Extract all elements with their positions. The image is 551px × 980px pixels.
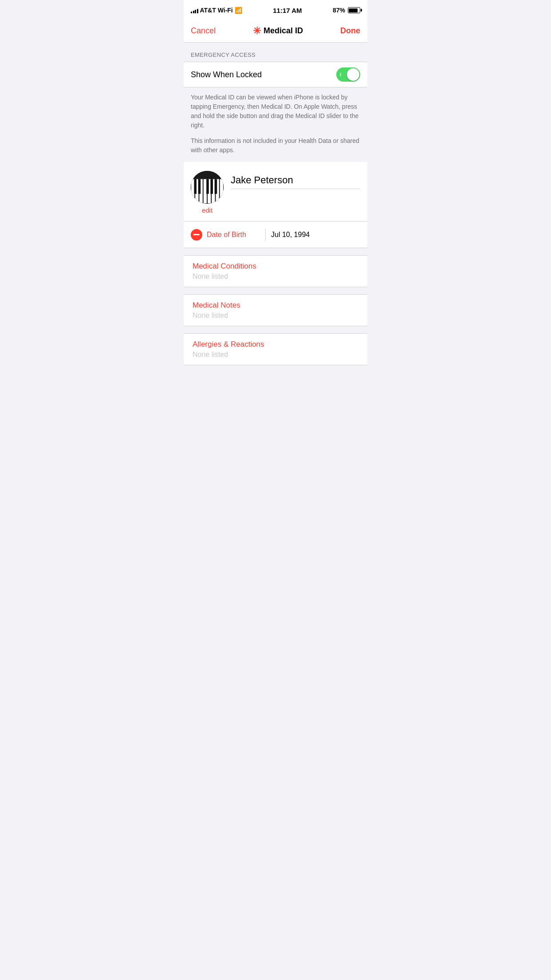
medical-conditions-value: None listed	[193, 273, 360, 281]
info-text-block: Your Medical ID can be viewed when iPhon…	[184, 87, 367, 162]
status-bar: AT&T Wi-Fi 📶 11:17 AM 87%	[184, 0, 367, 20]
allergies-value: None listed	[193, 351, 360, 359]
nav-title-label: Medical ID	[264, 26, 303, 36]
allergies-section: Allergies & Reactions None listed	[184, 333, 367, 365]
medical-asterisk-icon: ✳	[253, 25, 261, 37]
medical-notes-item[interactable]: Medical Notes None listed	[184, 295, 367, 326]
info-text-1: Your Medical ID can be viewed when iPhon…	[191, 93, 360, 130]
date-of-birth-row[interactable]: Date of Birth Jul 10, 1994	[184, 221, 367, 248]
medical-conditions-label: Medical Conditions	[193, 262, 360, 271]
profile-left: edit	[191, 171, 224, 214]
profile-section: edit	[184, 162, 367, 221]
medical-conditions-section: Medical Conditions None listed	[184, 255, 367, 287]
date-of-birth-value: Jul 10, 1994	[271, 231, 360, 239]
allergies-item[interactable]: Allergies & Reactions None listed	[184, 334, 367, 365]
form-divider	[265, 229, 266, 241]
profile-right	[231, 171, 360, 189]
medical-notes-value: None listed	[193, 312, 360, 320]
signal-bars	[191, 7, 198, 13]
minus-icon	[193, 234, 200, 235]
signal-bar-2	[193, 11, 194, 13]
avatar-image	[191, 171, 224, 204]
avatar[interactable]	[191, 171, 224, 204]
carrier-label: AT&T Wi-Fi	[200, 7, 233, 14]
wifi-icon: 📶	[235, 7, 242, 14]
nav-bar: Cancel ✳ Medical ID Done	[184, 20, 367, 43]
show-when-locked-toggle[interactable]	[336, 67, 360, 82]
medical-notes-label: Medical Notes	[193, 301, 360, 310]
show-when-locked-row: Show When Locked	[184, 62, 367, 87]
delete-date-of-birth-button[interactable]	[191, 229, 202, 241]
date-of-birth-label: Date of Birth	[207, 231, 260, 239]
toggle-knob	[347, 68, 359, 81]
battery-icon	[348, 7, 360, 13]
allergies-label: Allergies & Reactions	[193, 340, 360, 349]
medical-notes-section: Medical Notes None listed	[184, 294, 367, 326]
profile-name-input[interactable]	[231, 174, 360, 189]
edit-avatar-button[interactable]: edit	[202, 206, 213, 214]
status-left: AT&T Wi-Fi 📶	[191, 7, 242, 14]
form-section: Date of Birth Jul 10, 1994	[184, 221, 367, 248]
done-button[interactable]: Done	[340, 26, 360, 36]
emergency-access-header: EMERGENCY ACCESS	[184, 43, 367, 62]
status-time: 11:17 AM	[273, 7, 302, 14]
signal-bar-4	[197, 9, 198, 13]
signal-bar-1	[191, 12, 192, 13]
medical-conditions-item[interactable]: Medical Conditions None listed	[184, 256, 367, 287]
signal-bar-3	[195, 10, 196, 13]
info-text-2: This information is not included in your…	[191, 136, 360, 155]
nav-title: ✳ Medical ID	[253, 25, 303, 37]
status-right: 87%	[333, 7, 360, 14]
battery-percent: 87%	[333, 7, 345, 14]
toggle-label: Show When Locked	[191, 70, 262, 79]
cancel-button[interactable]: Cancel	[191, 26, 216, 36]
